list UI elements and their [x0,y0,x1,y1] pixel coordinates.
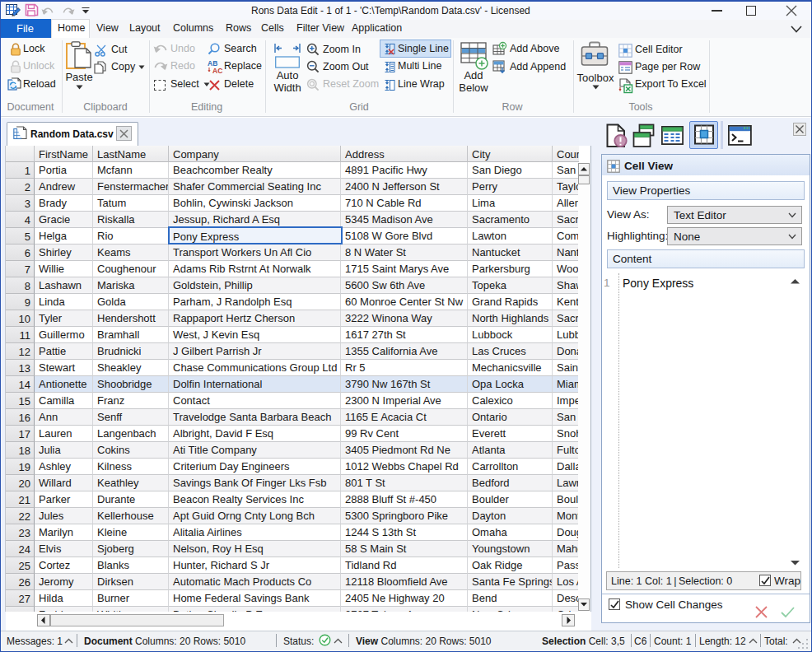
svg-text:AC: AC [212,67,222,75]
